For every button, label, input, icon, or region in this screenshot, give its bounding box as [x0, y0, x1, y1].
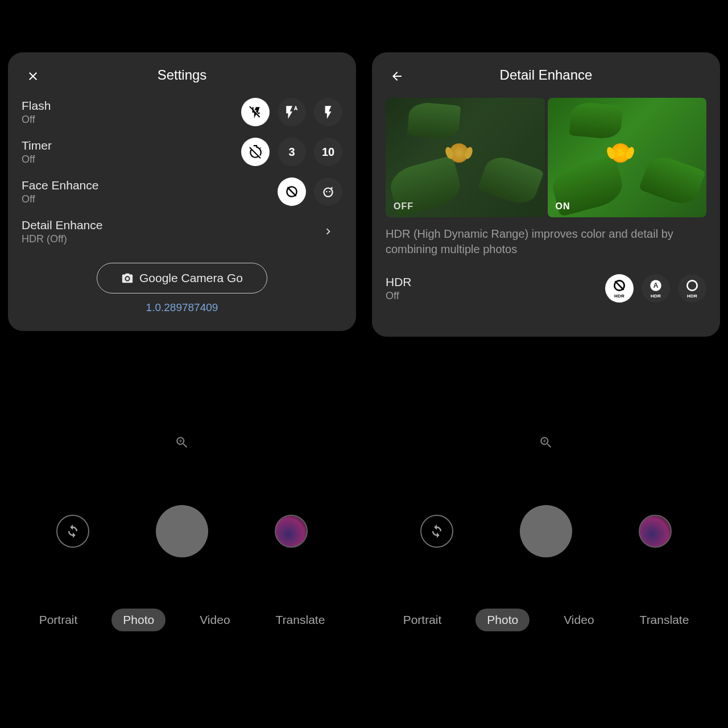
- face-enhance-value: Off: [22, 193, 98, 205]
- svg-point-2: [324, 188, 332, 197]
- panel-title: Detail Enhance: [500, 67, 593, 83]
- flash-off-option[interactable]: [241, 98, 270, 126]
- zoom-in-icon: [539, 435, 553, 450]
- flash-on-icon: [321, 105, 336, 119]
- setting-row-timer: Timer Off 3 10: [22, 138, 342, 166]
- mode-portrait[interactable]: Portrait: [28, 609, 89, 631]
- mode-video[interactable]: Video: [188, 609, 241, 631]
- zoom-in-button[interactable]: [539, 435, 553, 452]
- timer-off-icon: [248, 144, 263, 159]
- mode-portrait[interactable]: Portrait: [392, 609, 453, 631]
- hdr-off-option[interactable]: HDR: [605, 274, 634, 303]
- preview-on: ON: [548, 98, 707, 217]
- gallery-thumbnail[interactable]: [639, 515, 672, 548]
- mode-translate[interactable]: Translate: [264, 609, 337, 631]
- detail-enhance-value: HDR (Off): [22, 233, 102, 245]
- face-enhance-off-option[interactable]: [278, 177, 306, 206]
- camera-icon: [121, 272, 134, 284]
- svg-point-3: [326, 191, 327, 192]
- gallery-thumbnail[interactable]: [275, 515, 308, 548]
- setting-row-face-enhance: Face Enhance Off: [22, 177, 342, 206]
- mode-photo[interactable]: Photo: [111, 609, 166, 631]
- face-enhance-on-option[interactable]: [314, 177, 342, 206]
- mode-translate[interactable]: Translate: [628, 609, 701, 631]
- flash-auto-option[interactable]: [278, 98, 306, 126]
- mode-video[interactable]: Video: [552, 609, 605, 631]
- flash-on-option[interactable]: [314, 98, 342, 126]
- zoom-in-button[interactable]: [175, 435, 189, 452]
- face-sparkle-icon: [321, 184, 336, 199]
- detail-enhance-panel: Detail Enhance OFF ON HDR (High Dynamic …: [372, 52, 720, 337]
- detail-enhance-label: Detail Enhance: [22, 218, 102, 232]
- setting-row-detail-enhance[interactable]: Detail Enhance HDR (Off): [22, 217, 342, 246]
- svg-text:A: A: [653, 282, 659, 289]
- detail-enhance-chevron[interactable]: [314, 217, 342, 246]
- switch-camera-icon: [65, 523, 81, 539]
- hdr-description: HDR (High Dynamic Range) improves color …: [386, 226, 706, 257]
- hdr-auto-label: HDR: [651, 293, 661, 299]
- settings-panel: Settings Flash Off Tim: [8, 52, 356, 331]
- panel-title: Settings: [158, 67, 207, 83]
- setting-row-hdr: HDR Off HDR A HDR HDR: [386, 274, 706, 303]
- timer-label: Timer: [22, 139, 52, 152]
- timer-value: Off: [22, 154, 52, 166]
- flash-value: Off: [22, 114, 51, 126]
- flash-label: Flash: [22, 99, 51, 113]
- chevron-right-icon: [322, 225, 334, 238]
- preview-off-tag: OFF: [394, 201, 413, 212]
- timer-off-option[interactable]: [241, 138, 270, 166]
- preview-on-tag: ON: [556, 201, 570, 212]
- svg-point-4: [329, 191, 330, 192]
- svg-point-9: [687, 280, 697, 290]
- setting-row-flash: Flash Off: [22, 98, 342, 126]
- arrow-back-icon: [390, 69, 404, 83]
- zoom-in-icon: [175, 435, 189, 450]
- face-enhance-label: Face Enhance: [22, 179, 98, 192]
- shutter-button[interactable]: [520, 505, 572, 557]
- close-icon: [26, 69, 40, 83]
- hdr-value: Off: [386, 290, 412, 302]
- hdr-on-label: HDR: [687, 293, 697, 299]
- shutter-button[interactable]: [156, 505, 208, 557]
- hdr-label: HDR: [386, 275, 412, 289]
- switch-camera-button[interactable]: [56, 515, 89, 548]
- flash-off-icon: [248, 105, 263, 119]
- hdr-on-icon: [685, 278, 700, 293]
- google-camera-go-button[interactable]: Google Camera Go: [97, 263, 267, 293]
- face-off-icon: [284, 184, 299, 199]
- hdr-off-label: HDR: [614, 293, 624, 299]
- close-button[interactable]: [24, 67, 42, 85]
- hdr-auto-option[interactable]: A HDR: [642, 274, 670, 303]
- switch-camera-button[interactable]: [420, 515, 453, 548]
- hdr-auto-icon: A: [648, 278, 663, 293]
- flash-auto-icon: [284, 105, 299, 119]
- hdr-off-icon: [612, 278, 627, 293]
- hdr-on-option[interactable]: HDR: [678, 274, 706, 303]
- timer-3-option[interactable]: 3: [278, 138, 306, 166]
- switch-camera-icon: [429, 523, 445, 539]
- version-text: 1.0.289787409: [22, 301, 342, 314]
- timer-10-option[interactable]: 10: [314, 138, 342, 166]
- app-button-label: Google Camera Go: [139, 271, 243, 285]
- back-button[interactable]: [388, 67, 406, 85]
- mode-photo[interactable]: Photo: [475, 609, 530, 631]
- preview-off: OFF: [386, 98, 545, 217]
